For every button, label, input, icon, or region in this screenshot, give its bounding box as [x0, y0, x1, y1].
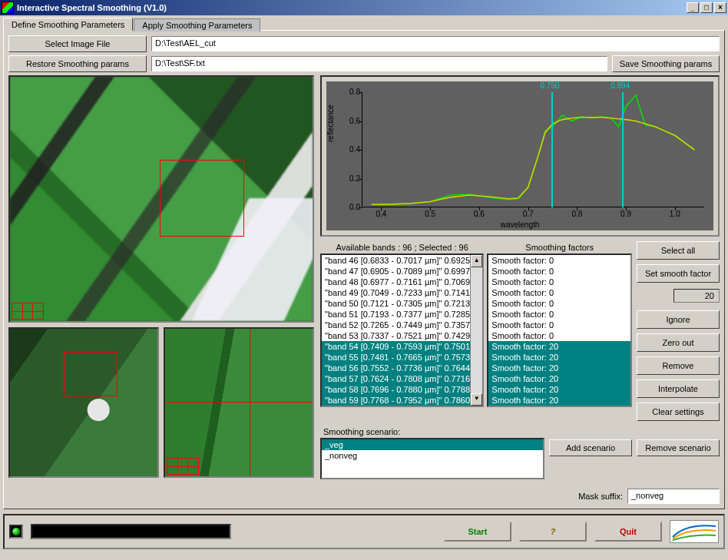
zoom-image — [165, 329, 313, 476]
image-zoom[interactable] — [164, 327, 314, 478]
interpolate-button[interactable]: Interpolate — [637, 379, 720, 398]
list-item[interactable]: Smooth factor: 20 — [488, 352, 630, 363]
overview-image — [10, 329, 157, 476]
chart-panel: reflectance wavelength 0.00.20.40.60.80.… — [320, 75, 720, 237]
scroll-down-icon[interactable]: ▼ — [471, 393, 482, 406]
window-title: Interactive Spectral Smoothing (V1.0) — [17, 3, 685, 12]
list-item[interactable]: "band 52 [0.7265 - 0.7449 µm]" 0.735700 — [322, 320, 482, 330]
bands-count-label: Available bands : 96 ; Selected : 96 — [320, 241, 484, 253]
list-item[interactable]: "band 56 [0.7552 - 0.7736 µm]" 0.764400 — [322, 363, 482, 373]
list-item[interactable]: "band 57 [0.7624 - 0.7808 µm]" 0.771600 — [322, 373, 482, 384]
list-item[interactable]: Smooth factor: 0 — [488, 320, 630, 330]
list-item[interactable]: "band 54 [0.7409 - 0.7593 µm]" 0.750100 — [322, 341, 482, 352]
bands-listbox[interactable]: "band 46 [0.6833 - 0.7017 µm]" 0.692500"… — [320, 253, 484, 407]
remove-scenario-button[interactable]: Remove scenario — [637, 439, 720, 456]
list-item[interactable]: "band 51 [0.7193 - 0.7377 µm]" 0.728500 — [322, 309, 482, 320]
zero-out-button[interactable]: Zero out — [637, 333, 720, 352]
list-item[interactable]: Smooth factor: 0 — [488, 309, 630, 320]
smooth-factors-listbox[interactable]: Smooth factor: 0Smooth factor: 0Smooth f… — [487, 253, 632, 407]
list-item[interactable]: Smooth factor: 0 — [488, 287, 630, 298]
remove-button[interactable]: Remove — [637, 356, 720, 375]
logo-icon — [670, 520, 719, 543]
list-item[interactable]: "band 50 [0.7121 - 0.7305 µm]" 0.721300 — [322, 298, 482, 309]
clear-settings-button[interactable]: Clear settings — [637, 403, 720, 421]
params-path-field[interactable]: D:\Test\SF.txt — [151, 56, 607, 71]
restore-params-button[interactable]: Restore Smoothing params — [8, 55, 147, 72]
list-item[interactable]: Smooth factor: 0 — [488, 330, 630, 341]
mask-suffix-input[interactable]: _nonveg — [627, 489, 720, 504]
progress-bar — [31, 524, 231, 539]
tab-panel: Select Image File D:\Test\AEL_cut Restor… — [3, 30, 725, 509]
scroll-up-icon[interactable]: ▲ — [471, 255, 482, 267]
save-params-button[interactable]: Save Smoothing params — [612, 55, 720, 72]
help-button[interactable]: ? — [519, 522, 587, 542]
list-item[interactable]: Smooth factor: 20 — [488, 373, 630, 384]
start-button[interactable]: Start — [444, 522, 511, 542]
list-item[interactable]: "band 59 [0.7768 - 0.7952 µm]" 0.786000 — [322, 395, 482, 406]
image-overview[interactable] — [8, 327, 159, 478]
list-item[interactable]: _veg — [322, 439, 543, 450]
list-item[interactable]: _nonveg — [322, 450, 543, 461]
zoom-grid-icon — [167, 458, 199, 475]
list-item[interactable]: Smooth factor: 0 — [488, 266, 630, 277]
add-scenario-button[interactable]: Add scenario — [549, 439, 632, 456]
image-main[interactable] — [8, 75, 314, 323]
pixel-grid-icon — [12, 303, 44, 320]
chart-marker[interactable] — [551, 92, 553, 207]
chart-marker[interactable] — [622, 92, 624, 207]
list-item[interactable]: Smooth factor: 20 — [488, 363, 630, 373]
crosshair-v — [250, 329, 250, 476]
chart-marker-label: 0.750 — [540, 81, 559, 90]
quit-button[interactable]: Quit — [594, 522, 662, 542]
minimize-button[interactable]: _ — [687, 2, 699, 13]
smooth-factor-input[interactable]: 20 — [673, 289, 720, 303]
image-path-field[interactable]: D:\Test\AEL_cut — [151, 36, 720, 51]
list-item[interactable]: "band 46 [0.6833 - 0.7017 µm]" 0.692500 — [322, 255, 482, 266]
smooth-factors-label: Smoothing factors — [487, 241, 632, 253]
list-item[interactable]: "band 49 [0.7049 - 0.7233 µm]" 0.714100 — [322, 287, 482, 298]
list-item[interactable]: "band 55 [0.7481 - 0.7665 µm]" 0.757300 — [322, 352, 482, 363]
close-button[interactable]: × — [714, 2, 726, 13]
chart-marker-label: 0.894 — [611, 81, 630, 90]
app-icon — [2, 2, 14, 14]
reflectance-chart[interactable]: reflectance wavelength 0.00.20.40.60.80.… — [326, 81, 713, 230]
scenario-listbox[interactable]: _veg_nonveg — [320, 438, 544, 479]
footer-panel: Start ? Quit — [3, 514, 725, 549]
tab-define[interactable]: Define Smoothing Parameters — [3, 18, 133, 31]
list-item[interactable]: Smooth factor: 0 — [488, 298, 630, 309]
list-item[interactable]: Smooth factor: 20 — [488, 395, 630, 406]
list-item[interactable]: "band 53 [0.7337 - 0.7521 µm]" 0.742900 — [322, 330, 482, 341]
list-item[interactable]: "band 58 [0.7696 - 0.7880 µm]" 0.778800 — [322, 384, 482, 395]
selection-box[interactable] — [160, 160, 244, 237]
scenario-label: Smoothing scenario: — [320, 426, 544, 438]
set-smooth-factor-button[interactable]: Set smooth factor — [637, 264, 720, 283]
mask-suffix-label: Mask suffix: — [578, 492, 623, 501]
list-item[interactable]: "band 48 [0.6977 - 0.7161 µm]" 0.706900 — [322, 277, 482, 287]
list-item[interactable]: Smooth factor: 0 — [488, 277, 630, 287]
list-item[interactable]: Smooth factor: 0 — [488, 255, 630, 266]
list-item[interactable]: Smooth factor: 20 — [488, 341, 630, 352]
tab-apply[interactable]: Apply Smoothing Parameters — [134, 18, 260, 31]
overview-selection[interactable] — [64, 352, 117, 396]
list-item[interactable]: "band 47 [0.6905 - 0.7089 µm]" 0.699700 — [322, 266, 482, 277]
list-item[interactable]: Smooth factor: 20 — [488, 384, 630, 395]
bands-scrollbar[interactable]: ▲ ▼ — [470, 255, 482, 406]
select-image-button[interactable]: Select Image File — [8, 35, 147, 52]
maximize-button[interactable]: □ — [700, 2, 713, 13]
status-led — [9, 525, 23, 538]
ignore-button[interactable]: Ignore — [637, 310, 720, 329]
select-all-button[interactable]: Select all — [637, 241, 720, 260]
title-bar: Interactive Spectral Smoothing (V1.0) _ … — [0, 0, 728, 15]
crosshair-h — [165, 402, 313, 403]
